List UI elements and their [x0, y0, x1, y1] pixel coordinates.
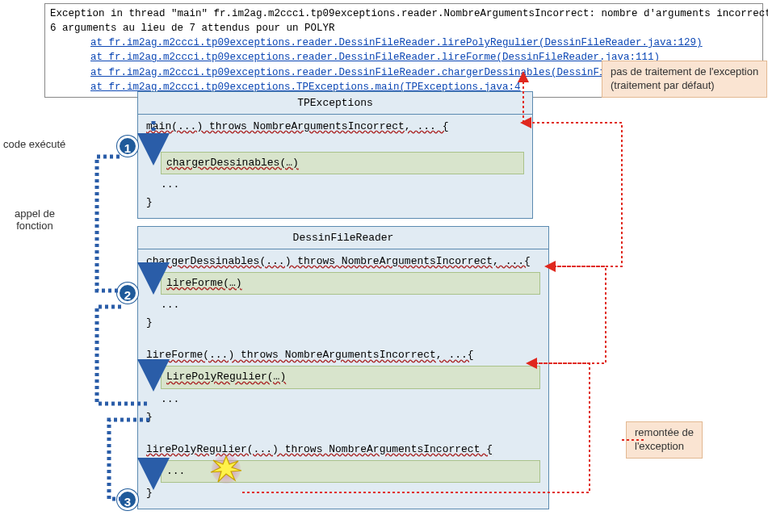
call-lirePolyRegulier: LirePolyRegulier(…) [161, 366, 540, 388]
close-brace: } [146, 194, 524, 212]
label-code-execute: code exécuté [3, 138, 65, 150]
method-signature: chargerDessinables(...) throws NombreArg… [146, 253, 540, 270]
badge-2: 2 [117, 283, 138, 304]
badge-1: 1 [117, 136, 138, 157]
ellipsis: ... [161, 176, 524, 194]
call-lireForme: lireForme(…) [161, 272, 540, 295]
close-brace: } [146, 314, 540, 332]
method-signature: main(...) throws NombreArgumentsIncorrec… [146, 118, 524, 136]
method-signature: lireForme(...) throws NombreArgumentsInc… [146, 346, 540, 364]
callout-propagation: remontée de l'exception [626, 421, 703, 459]
class-title: TPExceptions [138, 92, 532, 115]
callout-no-handling: pas de traitement de l'exception (traite… [602, 61, 767, 98]
class-dessinfilereader: DessinFileReader chargerDessinables(...)… [137, 226, 549, 509]
badge-3: 3 [117, 489, 138, 510]
stacktrace-link[interactable]: at fr.im2ag.m2ccci.tp09exceptions.reader… [90, 36, 758, 50]
close-brace: } [146, 484, 540, 502]
call-chargerDessinables: chargerDessinables(…) [161, 152, 524, 174]
ellipsis: ... [161, 391, 540, 408]
call-body-explosion: ... [161, 460, 540, 483]
ellipsis: ... [161, 296, 540, 314]
explosion-icon [206, 453, 246, 485]
close-brace: } [146, 408, 540, 426]
class-title: DessinFileReader [138, 227, 548, 249]
label-appel: appel de fonction [15, 207, 55, 232]
stacktrace-line: 6 arguments au lieu de 7 attendus pour u… [50, 21, 758, 36]
stacktrace-line: Exception in thread "main" fr.im2ag.m2cc… [50, 6, 758, 21]
class-tpexceptions: TPExceptions main(...) throws NombreArgu… [137, 91, 533, 219]
